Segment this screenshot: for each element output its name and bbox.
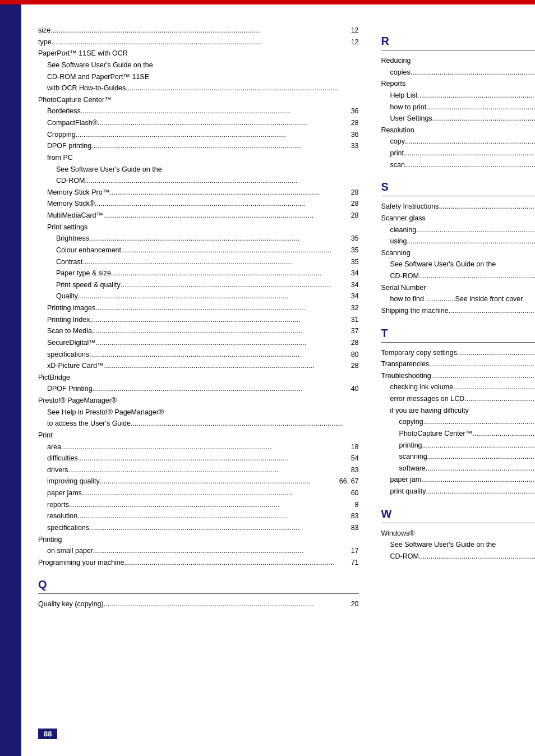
entry-page: 54: [343, 453, 359, 464]
index-entry: See Software User's Guide on the: [381, 539, 535, 551]
index-entry: area ...................................…: [38, 441, 359, 453]
index-entry: Serial Number: [381, 282, 535, 294]
entry-label: scan: [390, 159, 405, 171]
entry-label: error messages on LCD: [390, 393, 465, 405]
index-entry: User Settings ..........................…: [381, 113, 535, 125]
index-entry: DPOF Printing ..........................…: [38, 383, 359, 395]
entry-dots: ........................................…: [405, 159, 535, 171]
entry-page: 12: [343, 25, 359, 36]
entry-dots: ........................................…: [464, 393, 535, 405]
entry-page: [343, 82, 359, 94]
entry-page: 33: [343, 140, 359, 152]
entry-label: specifications: [47, 349, 89, 361]
page-content: size ...................................…: [21, 0, 535, 756]
entry-dots: ........................................…: [93, 383, 343, 395]
entry-dots: ........................................…: [89, 522, 343, 534]
section-divider: [381, 342, 535, 343]
section-heading-t: T: [381, 327, 535, 340]
index-entry: PictBridge: [38, 372, 359, 384]
index-entry: to access the User's Guide. ............…: [38, 418, 359, 430]
index-entry: Reducing: [381, 55, 535, 67]
sidebar-accent: [0, 0, 21, 4]
index-entry: Scanner glass: [381, 213, 535, 224]
index-entry: using ..................................…: [381, 236, 535, 247]
index-entry: Borderless .............................…: [38, 105, 359, 117]
entry-label: Memory Stick Pro™: [47, 187, 109, 199]
entry-page: 28: [343, 337, 359, 349]
entry-page: 35: [343, 233, 359, 245]
entry-label: DPOF Printing: [47, 383, 93, 395]
entry-label: specifications: [47, 522, 89, 534]
entry-dots: ........................................…: [69, 499, 343, 511]
index-entry: type ...................................…: [38, 36, 359, 48]
entry-dots: ........................................…: [104, 360, 343, 372]
entry-label: copies: [390, 67, 411, 79]
index-entry: Reports: [381, 78, 535, 90]
page-number-bar: 88: [38, 723, 535, 739]
entry-label: Scanning: [381, 247, 411, 259]
entry-label: software: [399, 463, 426, 474]
entry-page: 28: [343, 187, 359, 199]
index-entry: Paper type & size ......................…: [38, 268, 359, 279]
entry-dots: ........................................…: [472, 428, 535, 440]
entry-label: copy: [390, 136, 405, 147]
entry-dots: ........................................…: [422, 440, 535, 451]
entry-label: Transparencies: [381, 358, 430, 370]
entry-label: User Settings: [390, 113, 432, 125]
entry-page: 40: [343, 383, 359, 395]
entry-label: from PC: [47, 152, 73, 164]
entry-dots: ........................................…: [453, 381, 535, 393]
entry-dots: ........................................…: [111, 268, 343, 279]
entry-dots: ........................................…: [439, 201, 535, 213]
entry-page: 20: [343, 598, 359, 610]
entry-dots: ........................................…: [76, 129, 343, 141]
entry-label: with OCR How-to-Guides.: [47, 82, 128, 94]
entry-label: paper jam: [390, 474, 422, 486]
entry-label: See Software User's Guide on the: [47, 59, 153, 71]
index-entry: Printing Index .........................…: [38, 314, 359, 326]
index-entry: Printing: [38, 534, 359, 546]
entry-label: Memory Stick®: [47, 198, 95, 210]
entry-label: Cropping: [47, 129, 76, 141]
entry-dots: ........................................…: [52, 36, 343, 48]
entry-dots: ........................................…: [95, 198, 343, 210]
entry-dots: ........................................…: [416, 224, 535, 236]
entry-page: 28: [343, 360, 359, 372]
entry-page: 80: [343, 349, 359, 361]
index-entry: resolution .............................…: [38, 510, 359, 522]
entry-dots: ........................................…: [421, 551, 535, 563]
entry-dots: ........................................…: [82, 256, 343, 268]
index-entry: See Help in Presto!® PageManager®: [38, 407, 359, 418]
index-entry: difficulties ...........................…: [38, 453, 359, 464]
entry-dots: ........................................…: [109, 187, 343, 199]
entry-label: Serial Number: [381, 282, 426, 294]
entry-label: copying: [399, 416, 423, 428]
index-entry: CD-ROM. ................................…: [381, 551, 535, 563]
index-entry: See Software User's Guide on the: [38, 164, 359, 176]
entry-label: improving quality: [47, 476, 100, 487]
entry-dots: ........................................…: [98, 117, 343, 129]
index-entry: error messages on LCD ..................…: [381, 393, 535, 405]
index-entry: scan ...................................…: [381, 159, 535, 171]
section-divider: [381, 523, 535, 523]
section-heading-w: W: [381, 508, 535, 520]
entry-page: 36: [343, 105, 359, 117]
index-entry: See Software User's Guide on the: [38, 59, 359, 71]
index-entry: Shipping the machine ...................…: [381, 305, 535, 317]
entry-label: See Software User's Guide on the: [390, 259, 496, 270]
entry-page: 34: [343, 291, 359, 302]
index-entry: reports ................................…: [38, 499, 359, 511]
entry-dots: ........................................…: [68, 464, 343, 476]
section-heading-r: R: [381, 35, 535, 48]
index-entry: Memory Stick® ..........................…: [38, 198, 359, 210]
entry-label: Borderless: [47, 105, 81, 117]
entry-page: 28: [343, 198, 359, 210]
index-entry: specifications .........................…: [38, 522, 359, 534]
index-entry: Print speed & quality ..................…: [38, 279, 359, 291]
entry-dots: ........................................…: [128, 82, 343, 94]
index-entry: Safety Instructions ....................…: [381, 201, 535, 213]
entry-label: Presto!® PageManager®: [38, 395, 117, 407]
right-column: RReducingcopies ........................…: [381, 25, 535, 610]
entry-page: 35: [343, 256, 359, 268]
entry-dots: ........................................…: [423, 416, 535, 428]
